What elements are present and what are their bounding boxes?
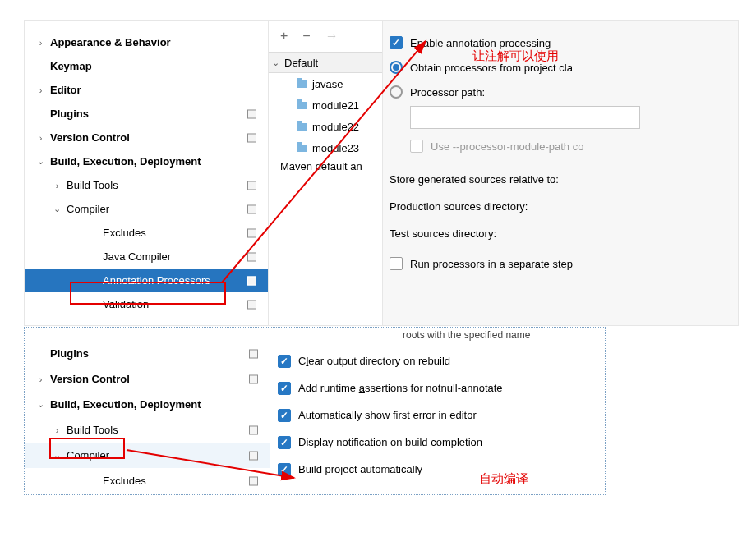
enable-annotation-processing-row: Enable annotation processing xyxy=(390,30,738,55)
folder-icon xyxy=(297,145,307,152)
obtain-processors-classpath-radio[interactable] xyxy=(390,61,403,74)
tree-compiler[interactable]: ⌄ Compiler xyxy=(25,197,268,221)
chevron-right-icon: › xyxy=(36,38,45,48)
folder-icon xyxy=(297,123,307,131)
project-level-icon xyxy=(247,133,256,142)
tree-annotation-processors[interactable]: Annotation Processors xyxy=(25,268,268,292)
project-level-icon xyxy=(247,204,256,213)
use-processor-module-path-row: Use --processor-module-path co xyxy=(410,134,738,158)
chevron-right-icon: › xyxy=(36,85,45,95)
module-group-default[interactable]: ⌄ Default xyxy=(269,52,382,73)
store-sources-label: Store generated sources relative to: xyxy=(390,173,738,186)
project-level-icon xyxy=(249,476,258,485)
chevron-right-icon: › xyxy=(53,181,62,190)
add-icon[interactable]: + xyxy=(280,30,288,43)
display-notification-checkbox[interactable] xyxy=(278,436,291,449)
tree-version-control[interactable]: › Version Control xyxy=(25,366,270,392)
tree-build-tools[interactable]: › Build Tools xyxy=(25,173,268,197)
build-automatically-label: Build project automatically xyxy=(298,463,422,475)
module-item[interactable]: javase xyxy=(269,73,382,94)
display-notification-row: Display notification on build completion xyxy=(271,429,605,456)
tree-excludes[interactable]: Excludes xyxy=(25,468,270,493)
tree-build-tools[interactable]: › Build Tools xyxy=(25,417,270,443)
display-notification-label: Display notification on build completion xyxy=(298,436,482,448)
chevron-down-icon: ⌄ xyxy=(36,156,45,167)
use-processor-module-path-checkbox[interactable] xyxy=(410,140,423,153)
annotation-processor-settings: Enable annotation processing Obtain proc… xyxy=(383,21,738,325)
auto-show-error-label: Automatically show first error in editor xyxy=(298,409,477,421)
module-toolbar: + − → xyxy=(269,21,382,52)
build-automatically-row: Build project automatically xyxy=(271,456,605,483)
module-item[interactable]: module23 xyxy=(269,137,382,158)
context-hint: roots with the specified name xyxy=(271,329,605,347)
chevron-down-icon: ⌄ xyxy=(272,57,279,68)
project-level-icon xyxy=(247,181,256,190)
project-level-icon xyxy=(249,349,258,358)
chevron-right-icon: › xyxy=(36,374,45,384)
tree-keymap[interactable]: Keymap xyxy=(25,54,268,78)
processor-path-row: Processor path: xyxy=(390,80,738,104)
folder-icon xyxy=(297,102,307,109)
add-runtime-assertions-label: Add runtime assertions for notnull-annot… xyxy=(298,382,503,394)
settings-panel-top: › Appearance & Behavior Keymap › Editor … xyxy=(24,20,739,326)
tree-appearance-behavior[interactable]: › Appearance & Behavior xyxy=(25,30,268,54)
project-level-icon xyxy=(249,425,258,434)
project-level-icon xyxy=(247,300,256,309)
chevron-down-icon: ⌄ xyxy=(53,204,62,214)
clear-output-checkbox[interactable] xyxy=(278,355,291,368)
tree-build-execution-deployment[interactable]: ⌄ Build, Execution, Deployment xyxy=(25,149,268,173)
production-sources-dir-label: Production sources directory: xyxy=(390,200,738,213)
chevron-right-icon: › xyxy=(53,425,62,435)
obtain-processors-classpath-row: Obtain processors from project cla xyxy=(390,55,738,80)
project-level-icon xyxy=(247,252,256,261)
tree-version-control[interactable]: › Version Control xyxy=(25,126,268,149)
move-icon: → xyxy=(325,30,339,43)
annotation-text-enable: 让注解可以使用 xyxy=(472,48,559,64)
tree-editor[interactable]: › Editor xyxy=(25,78,268,102)
module-item[interactable]: module22 xyxy=(269,116,382,137)
settings-tree-bottom: Plugins › Version Control ⌄ Build, Execu… xyxy=(25,328,270,494)
chevron-right-icon: › xyxy=(36,133,45,143)
enable-annotation-processing-checkbox[interactable] xyxy=(390,36,403,49)
tree-excludes[interactable]: Excludes xyxy=(25,221,268,245)
compiler-settings: roots with the specified name Clear outp… xyxy=(270,328,605,494)
run-processors-separate-checkbox[interactable] xyxy=(390,257,403,270)
module-list-panel: + − → ⌄ Default javase module21 xyxy=(268,21,383,325)
build-automatically-checkbox[interactable] xyxy=(278,463,291,476)
annotation-text-autobuild: 自动编译 xyxy=(479,471,528,487)
tree-build-execution-deployment[interactable]: ⌄ Build, Execution, Deployment xyxy=(25,392,270,417)
project-level-icon xyxy=(249,451,258,460)
clear-output-label: Clear output directory on rebuild xyxy=(298,355,450,367)
project-level-icon xyxy=(247,109,256,118)
project-level-icon xyxy=(247,228,256,237)
enable-annotation-processing-label: Enable annotation processing xyxy=(410,37,551,49)
processor-path-radio[interactable] xyxy=(390,85,403,99)
project-level-icon xyxy=(249,374,258,383)
chevron-down-icon: ⌄ xyxy=(36,399,45,410)
run-processors-separate-row: Run processors in a separate step xyxy=(390,251,738,276)
module-group-maven[interactable]: Maven default an xyxy=(269,160,382,172)
auto-show-error-row: Automatically show first error in editor xyxy=(271,402,605,429)
test-sources-dir-label: Test sources directory: xyxy=(390,227,738,240)
tree-java-compiler[interactable]: Java Compiler xyxy=(25,245,268,268)
module-item[interactable]: module21 xyxy=(269,94,382,116)
tree-plugins[interactable]: Plugins xyxy=(25,341,270,366)
folder-icon xyxy=(297,80,307,88)
add-runtime-assertions-row: Add runtime assertions for notnull-annot… xyxy=(271,374,605,402)
clear-output-row: Clear output directory on rebuild xyxy=(271,347,605,374)
project-level-icon xyxy=(247,276,256,285)
settings-panel-bottom: Plugins › Version Control ⌄ Build, Execu… xyxy=(24,327,606,495)
chevron-down-icon: ⌄ xyxy=(53,450,62,461)
add-runtime-assertions-checkbox[interactable] xyxy=(278,382,291,395)
tree-compiler[interactable]: ⌄ Compiler xyxy=(25,443,270,468)
auto-show-error-checkbox[interactable] xyxy=(278,409,291,422)
tree-plugins[interactable]: Plugins xyxy=(25,102,268,126)
remove-icon[interactable]: − xyxy=(302,30,310,43)
processor-path-input[interactable] xyxy=(410,106,640,129)
tree-validation[interactable]: Validation xyxy=(25,292,268,316)
settings-tree-top: › Appearance & Behavior Keymap › Editor … xyxy=(25,21,268,325)
module-list: ⌄ Default javase module21 module22 xyxy=(269,52,382,172)
